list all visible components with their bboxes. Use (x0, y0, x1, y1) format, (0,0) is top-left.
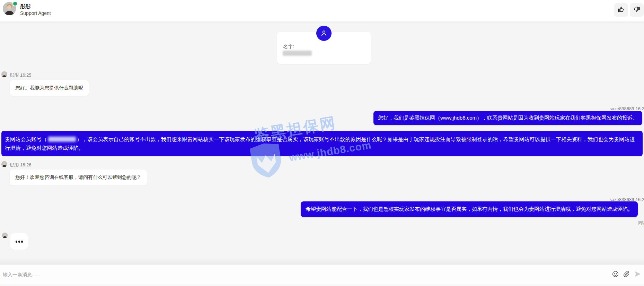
visitor-message-bubble: 您好，我们是鉴黑担保网（www.jhdb6.com），联系贵网站是因为收到贵网站… (373, 111, 642, 125)
message-text: 您好，我们是鉴黑担保网（ (378, 115, 440, 121)
message-time: 16:25 (20, 72, 32, 78)
read-receipt: 阅读 (638, 220, 644, 226)
thumbs-down-button[interactable] (630, 3, 644, 17)
redacted-account-number (48, 137, 76, 142)
thumbs-down-icon (633, 6, 641, 14)
jhdb6-link[interactable]: www.jhdb6.com (440, 115, 477, 121)
agent-avatar (1, 71, 7, 77)
attachment-button[interactable] (622, 270, 631, 279)
message-time: 16:26 (20, 162, 32, 167)
chat-header: 彤彤 Support Agent (0, 0, 644, 22)
emoji-button[interactable] (611, 270, 620, 279)
agent-name: 彤彤 (20, 3, 30, 10)
composer-bar (0, 264, 644, 285)
visitor-message-bubble-wide: 贵网站会员账号（），该会员表示自己的账号不出款，我们想来跟贵网站核实一下该玩家发… (1, 131, 643, 156)
sender-name: 彤彤 (10, 162, 19, 167)
typing-dot (16, 241, 17, 243)
typing-dot (21, 241, 23, 243)
message-time: 16:26 (635, 197, 644, 202)
message-meta: 彤彤16:25 (10, 72, 32, 78)
typing-indicator (10, 233, 28, 250)
agent-message-bubble: 您好！欢迎您咨询在线客服，请问有什么可以帮到您的呢？ (10, 170, 147, 185)
message-meta: 彤彤16:26 (10, 162, 32, 168)
sender-name: saze838689 (610, 106, 634, 111)
chat-bottom-fade (0, 257, 644, 264)
thumbs-up-button[interactable] (614, 3, 628, 17)
message-time: 16:25 (635, 106, 644, 111)
person-icon (316, 26, 332, 41)
visitor-message-bubble: 希望贵网站能配合一下，我们也是想核实玩家发布的维权事宜是否属实，如果有内情，我们… (301, 201, 638, 217)
message-meta: saze83868916:25 (610, 106, 644, 111)
message-text: ），联系贵网站是因为收到贵网站玩家在我们鉴黑担保网发布的投诉。 (477, 115, 638, 121)
send-icon (634, 270, 641, 279)
online-status-dot (12, 1, 18, 6)
agent-role: Support Agent (20, 10, 51, 16)
send-button[interactable] (633, 270, 642, 279)
message-text: 贵网站会员账号（ (5, 136, 47, 142)
chat-window: 彤彤 Support Agent 名字: 彤彤16:25 您好。我能为您提供什么… (0, 0, 644, 286)
typing-dot (18, 241, 20, 243)
message-input[interactable] (2, 271, 611, 278)
redacted-name-value (283, 51, 312, 56)
agent-avatar (2, 233, 8, 238)
message-text: ），该会员表示自己的账号不出款，我们想来跟贵网站核实一下该玩家发布的维权事宜是否… (5, 136, 635, 151)
emoji-icon (612, 270, 619, 279)
thumbs-up-icon (617, 6, 625, 14)
name-field-label: 名字: (283, 44, 294, 50)
agent-message-bubble: 您好。我能为您提供什么帮助呢 (10, 80, 89, 96)
sender-name: 彤彤 (10, 72, 19, 78)
agent-avatar (1, 161, 7, 167)
paperclip-icon (623, 270, 630, 279)
